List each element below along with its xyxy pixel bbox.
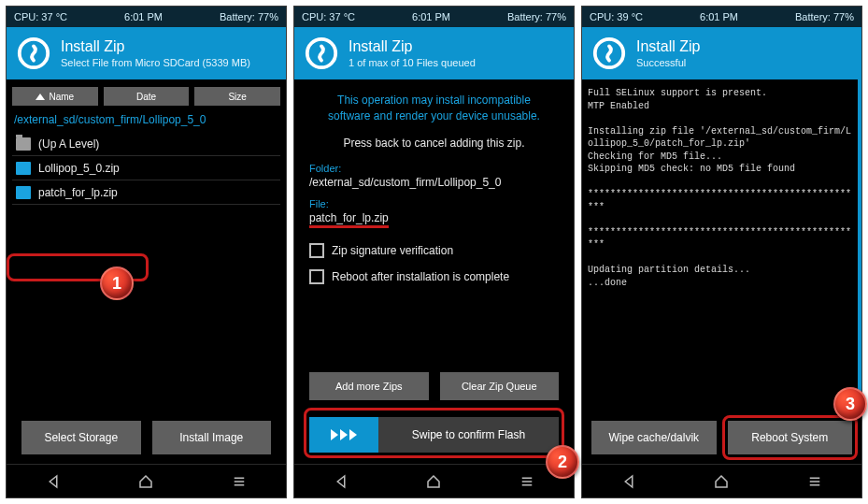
folder-icon	[16, 137, 31, 151]
twrp-logo-icon	[304, 36, 339, 71]
nav-back-icon[interactable]	[333, 473, 349, 490]
header-subtitle: 1 of max of 10 Files queued	[349, 57, 476, 68]
nav-home-icon[interactable]	[713, 473, 730, 490]
nav-bar	[294, 464, 574, 497]
swipe-label: Swipe to confirm Flash	[378, 428, 559, 441]
status-battery: Battery: 77%	[507, 11, 566, 22]
header-title: Install Zip	[636, 38, 700, 55]
swipe-to-flash-slider[interactable]: Swipe to confirm Flash	[309, 417, 559, 453]
file-row-2[interactable]: patch_for_lp.zip	[12, 180, 280, 205]
file-value-text: patch_for_lp.zip	[309, 211, 389, 228]
folder-label: Folder:	[300, 163, 568, 174]
reboot-system-button[interactable]: Reboot System	[728, 421, 853, 454]
sort-size-label: Size	[228, 92, 246, 102]
callout-badge-3: 3	[833, 387, 867, 421]
file-row-1[interactable]: Lollipop_5_0.zip	[12, 156, 280, 180]
add-more-zips-button[interactable]: Add more Zips	[309, 372, 429, 400]
phone-screen-file-select: CPU: 37 °C 6:01 PM Battery: 77% Install …	[6, 6, 287, 498]
nav-back-icon[interactable]	[620, 473, 637, 490]
phone-screen-confirm-flash: CPU: 37 °C 6:01 PM Battery: 77% Install …	[293, 6, 575, 498]
sort-by-size-button[interactable]: Size	[194, 87, 280, 106]
file-row-label: (Up A Level)	[38, 137, 99, 151]
status-bar: CPU: 37 °C 6:01 PM Battery: 77%	[7, 7, 286, 27]
callout-number: 1	[112, 274, 121, 294]
status-bar: CPU: 39 °C 6:01 PM Battery: 77%	[582, 7, 861, 27]
status-time: 6:01 PM	[124, 11, 163, 22]
file-row-label: patch_for_lp.zip	[38, 186, 118, 199]
twrp-header: Install Zip Select File from Micro SDCar…	[7, 27, 286, 79]
status-cpu: CPU: 37 °C	[302, 11, 355, 22]
clear-zip-queue-button[interactable]: Clear Zip Queue	[440, 372, 560, 400]
status-battery: Battery: 77%	[795, 11, 854, 22]
nav-menu-icon[interactable]	[231, 473, 248, 490]
file-label: File:	[300, 198, 568, 209]
sort-row: Name Date Size	[12, 79, 280, 111]
file-row-up[interactable]: (Up A Level)	[12, 132, 280, 156]
nav-bar	[7, 464, 286, 497]
nav-back-icon[interactable]	[45, 473, 62, 490]
status-cpu: CPU: 37 °C	[14, 11, 67, 22]
zip-file-icon	[16, 186, 31, 199]
twrp-header: Install Zip 1 of max of 10 Files queued	[294, 27, 574, 79]
callout-badge-2: 2	[546, 445, 579, 479]
callout-number: 2	[558, 453, 567, 472]
install-log-console: Full SELinux support is present. MTP Ena…	[582, 79, 861, 415]
nav-menu-icon[interactable]	[806, 473, 823, 490]
status-bar: CPU: 37 °C 6:01 PM Battery: 77%	[294, 7, 574, 27]
install-image-button[interactable]: Install Image	[152, 421, 272, 454]
nav-home-icon[interactable]	[425, 473, 442, 490]
twrp-logo-icon	[16, 36, 51, 71]
status-cpu: CPU: 39 °C	[590, 11, 643, 22]
file-value: patch_for_lp.zip	[300, 209, 568, 238]
sort-date-label: Date	[136, 92, 156, 102]
arrow-right-icon	[331, 429, 338, 440]
status-battery: Battery: 77%	[220, 11, 278, 22]
arrow-right-icon	[340, 429, 348, 440]
swipe-handle[interactable]	[309, 417, 378, 453]
status-time: 6:01 PM	[412, 11, 450, 22]
nav-menu-icon[interactable]	[519, 473, 535, 490]
folder-value: /external_sd/custom_firm/Lollipop_5_0	[300, 174, 568, 198]
arrow-right-icon	[349, 429, 357, 440]
sort-by-date-button[interactable]: Date	[104, 87, 190, 106]
header-title: Install Zip	[349, 38, 476, 55]
wipe-cache-button[interactable]: Wipe cache/dalvik	[591, 421, 717, 454]
twrp-header: Install Zip Successful	[582, 27, 861, 79]
reboot-after-checkbox[interactable]: Reboot after installation is complete	[300, 264, 568, 290]
select-storage-button[interactable]: Select Storage	[21, 421, 141, 454]
header-subtitle: Select File from Micro SDCard (5339 MB)	[61, 57, 250, 68]
callout-number: 3	[846, 395, 855, 414]
info-text: Press back to cancel adding this zip.	[300, 131, 568, 163]
header-title: Install Zip	[61, 38, 250, 55]
callout-badge-1: 1	[100, 266, 134, 300]
nav-home-icon[interactable]	[137, 473, 154, 490]
zip-sig-verify-checkbox[interactable]: Zip signature verification	[300, 238, 568, 264]
sort-name-label: Name	[49, 92, 74, 102]
file-row-label: Lollipop_5_0.zip	[38, 162, 120, 175]
checkbox-icon	[309, 269, 324, 284]
twrp-logo-icon	[591, 36, 627, 71]
status-time: 6:01 PM	[700, 11, 738, 22]
sort-by-name-button[interactable]: Name	[12, 87, 98, 106]
phone-screen-install-log: CPU: 39 °C 6:01 PM Battery: 77% Install …	[581, 6, 862, 498]
header-subtitle: Successful	[636, 57, 700, 68]
checkbox-label: Reboot after installation is complete	[332, 270, 509, 283]
nav-bar	[582, 464, 861, 497]
checkbox-icon	[309, 243, 324, 258]
checkbox-label: Zip signature verification	[332, 244, 453, 257]
warning-text: This operation may install incompatible …	[300, 79, 568, 131]
zip-file-icon	[16, 162, 31, 175]
sort-asc-icon	[36, 94, 45, 100]
current-path: /external_sd/custom_firm/Lollipop_5_0	[12, 111, 280, 132]
